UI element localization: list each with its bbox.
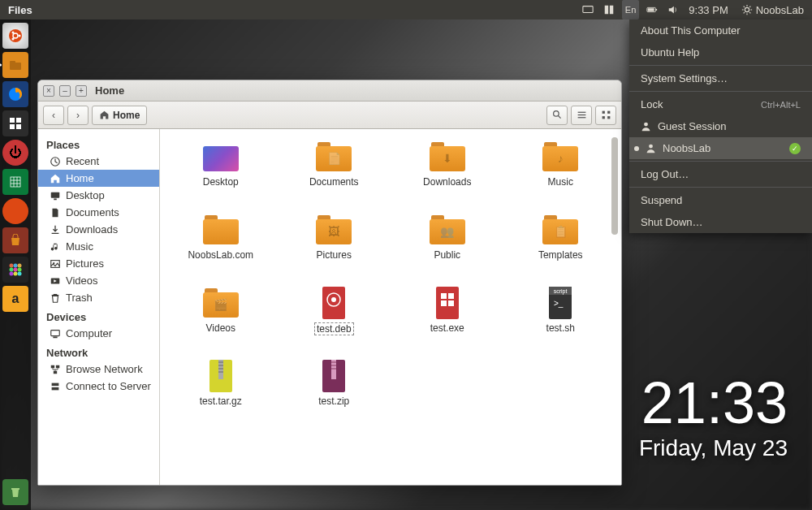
keyboard-indicator-icon[interactable] [598, 0, 620, 19]
sidebar-pictures[interactable]: Pictures [38, 255, 159, 272]
session-indicator[interactable]: NoobsLab [733, 4, 812, 16]
search-icon [552, 110, 563, 120]
path-home-button[interactable]: Home [92, 106, 147, 125]
nav-back-button[interactable]: ‹ [43, 106, 64, 125]
launcher-firefox[interactable] [2, 81, 28, 107]
trash-icon [50, 292, 61, 304]
launcher-app-4[interactable] [2, 110, 28, 136]
file-test-exe[interactable]: test.exe [395, 287, 500, 357]
svg-rect-76 [218, 371, 223, 373]
file-templates[interactable]: 📋Templates [508, 214, 614, 283]
session-menu: About This Computer Ubuntu Help System S… [629, 19, 812, 233]
scrollbar-thumb[interactable] [611, 137, 618, 235]
content-scrollbar[interactable] [611, 137, 620, 477]
exe-file-icon [433, 285, 462, 321]
sidebar-home[interactable]: Home [38, 170, 159, 187]
spreadsheet-icon [9, 175, 22, 188]
sound-indicator-icon[interactable] [663, 0, 684, 19]
launcher-app-grid[interactable] [2, 257, 28, 283]
file-documents[interactable]: 📄Documents [282, 140, 387, 210]
file-public[interactable]: 👥Public [395, 214, 500, 283]
display-indicator-icon[interactable] [577, 0, 598, 19]
folder-icon: 📋 [542, 215, 578, 244]
svg-rect-63 [441, 293, 447, 299]
menu-shutdown[interactable]: Shut Down… [629, 211, 812, 233]
menu-user-noobslab[interactable]: NoobsLab [629, 137, 812, 159]
file-desktop[interactable]: Desktop [168, 140, 274, 210]
menu-lock[interactable]: LockCtrl+Alt+L [629, 93, 812, 115]
svg-rect-48 [54, 198, 57, 200]
view-grid-button[interactable] [595, 106, 616, 125]
sidebar-music[interactable]: Music [38, 238, 159, 255]
svg-point-12 [12, 32, 15, 34]
svg-point-27 [10, 264, 14, 268]
svg-point-28 [14, 264, 18, 268]
radio-icon [634, 146, 639, 151]
document-icon [50, 207, 61, 218]
sidebar-computer[interactable]: Computer [38, 325, 159, 342]
session-user-label: NoobsLab [756, 4, 804, 16]
active-app-title[interactable]: Files [0, 4, 41, 16]
menu-separator [629, 91, 812, 92]
view-list-button[interactable] [571, 106, 592, 125]
menu-suspend[interactable]: Suspend [629, 189, 812, 211]
file-test-zip[interactable]: test.zip [282, 360, 387, 430]
file-music[interactable]: ♪Music [508, 140, 614, 210]
file-downloads[interactable]: ⬇Downloads [395, 140, 500, 210]
sidebar-header-places: Places [38, 134, 159, 153]
home-icon [50, 173, 61, 184]
launcher-app-5[interactable]: ⏻ [2, 140, 28, 166]
file-noobslab[interactable]: NoobsLab.com [168, 214, 274, 283]
search-button[interactable] [546, 106, 568, 125]
launcher-dash[interactable] [2, 23, 28, 49]
sidebar-downloads[interactable]: Downloads [38, 221, 159, 238]
sidebar-trash[interactable]: Trash [38, 289, 159, 306]
svg-rect-58 [52, 387, 59, 390]
sidebar-desktop[interactable]: Desktop [38, 187, 159, 204]
list-icon [577, 110, 587, 120]
battery-indicator-icon[interactable] [641, 0, 663, 19]
launcher-files[interactable] [2, 52, 28, 78]
svg-rect-44 [602, 116, 604, 119]
launcher-amazon[interactable]: a [2, 286, 28, 312]
file-test-deb[interactable]: test.deb [282, 287, 387, 357]
clock-indicator[interactable]: 9:33 PM [684, 0, 732, 19]
launcher-trash[interactable] [2, 479, 28, 505]
grid-icon [601, 110, 611, 120]
nav-forward-button[interactable]: › [67, 106, 89, 125]
file-grid[interactable]: Desktop 📄Documents ⬇Downloads ♪Music Noo… [160, 129, 621, 485]
sidebar-videos[interactable]: Videos [38, 272, 159, 289]
file-test-sh[interactable]: script>_test.sh [508, 287, 614, 357]
trash-icon [9, 486, 22, 499]
sidebar-recent[interactable]: Recent [38, 153, 159, 170]
window-titlebar[interactable]: × – + Home [38, 80, 621, 102]
menu-system-settings[interactable]: System Settings… [629, 67, 812, 89]
svg-rect-52 [51, 330, 60, 335]
sidebar-browse-network[interactable]: Browse Network [38, 361, 159, 378]
launcher-software-center[interactable] [2, 227, 28, 253]
menu-guest-session[interactable]: Guest Session [629, 115, 812, 137]
file-videos[interactable]: 🎬Videos [168, 287, 274, 357]
language-indicator[interactable]: En [622, 0, 639, 19]
svg-rect-42 [602, 111, 604, 114]
menu-separator [629, 65, 812, 66]
deb-package-icon [319, 285, 348, 321]
svg-rect-19 [10, 124, 15, 129]
file-pictures[interactable]: 🖼Pictures [282, 214, 387, 283]
file-test-targz[interactable]: test.tar.gz [168, 360, 274, 430]
launcher-app-6[interactable] [2, 169, 28, 195]
launcher-app-7[interactable] [2, 198, 28, 224]
menu-ubuntu-help[interactable]: Ubuntu Help [629, 41, 812, 63]
menu-about-computer[interactable]: About This Computer [629, 19, 812, 41]
svg-rect-81 [331, 368, 336, 370]
window-minimize-button[interactable]: – [59, 85, 71, 97]
window-maximize-button[interactable]: + [76, 85, 87, 97]
window-close-button[interactable]: × [43, 85, 54, 97]
menu-logout[interactable]: Log Out… [629, 163, 812, 185]
sidebar-connect-server[interactable]: Connect to Server [38, 378, 159, 395]
svg-rect-73 [218, 361, 223, 363]
sidebar-documents[interactable]: Documents [38, 204, 159, 221]
svg-rect-75 [218, 368, 223, 370]
svg-rect-47 [51, 192, 60, 197]
network-icon [50, 364, 61, 375]
